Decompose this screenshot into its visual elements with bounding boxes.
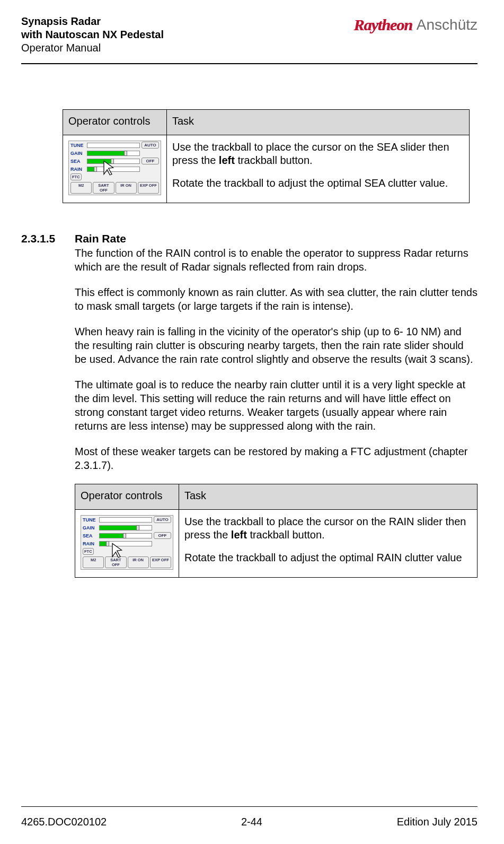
m2-button[interactable]: M2 xyxy=(70,182,92,194)
table2-header-task: Task xyxy=(179,484,478,510)
tune-bar[interactable] xyxy=(87,143,140,148)
panel2-sea-slider[interactable] xyxy=(99,533,152,538)
ftc-button[interactable]: FTC xyxy=(70,173,82,180)
sea-task-table: Operator controls Task TUNE AUTO GAIN xyxy=(63,109,470,203)
task1-p1: Use the trackball to place the cursor on… xyxy=(172,141,464,167)
off-button[interactable]: OFF xyxy=(142,158,159,164)
sea-slider[interactable] xyxy=(87,159,140,164)
section-number: 2.3.1.5 xyxy=(21,232,75,578)
page-footer: 4265.DOC020102 2-44 Edition July 2015 xyxy=(21,816,478,828)
panel2-exp-button[interactable]: EXP OFF xyxy=(150,556,171,568)
task-cell: Use the trackball to place the cursor on… xyxy=(167,135,470,203)
sart-button[interactable]: SART OFF xyxy=(93,182,114,194)
panel2-auto-button[interactable]: AUTO xyxy=(154,516,171,523)
logo-block: Raytheon Anschütz xyxy=(353,16,478,34)
auto-button[interactable]: AUTO xyxy=(142,142,159,149)
panel-label-rain: RAIN xyxy=(70,167,85,172)
page-header: Synapsis Radar with Nautoscan NX Pedesta… xyxy=(21,15,478,55)
panel-label-gain: GAIN xyxy=(70,151,85,156)
panel2-gain-slider[interactable] xyxy=(99,525,152,530)
raytheon-logo: Raytheon xyxy=(353,16,412,34)
panel2-label-rain: RAIN xyxy=(83,541,98,546)
exp-button[interactable]: EXP OFF xyxy=(138,182,159,194)
table-header-controls: Operator controls xyxy=(63,110,167,135)
panel2-tune-bar[interactable] xyxy=(99,517,152,523)
task2-cell: Use the trackball to place the cursor on… xyxy=(179,510,478,578)
panel2-ftc-button[interactable]: FTC xyxy=(83,548,94,555)
para-5: Most of these weaker targets can be rest… xyxy=(75,445,478,472)
rain-slider[interactable] xyxy=(87,167,140,172)
rain-task-table: Operator controls Task TUNE AUTO xyxy=(75,484,478,578)
para-2: This effect is commonly known as rain cl… xyxy=(75,285,478,313)
panel-label-tune: TUNE xyxy=(70,143,85,148)
para-1: The function of the RAIN control is to e… xyxy=(75,246,478,274)
footer-page-num: 2-44 xyxy=(241,816,262,828)
para-4: The ultimate goal is to reduce the nearb… xyxy=(75,378,478,433)
doc-title-line1: Synapsis Radar xyxy=(21,15,164,28)
section-rain-rate: 2.3.1.5 Rain Rate The function of the RA… xyxy=(21,232,478,578)
gain-slider[interactable] xyxy=(87,151,140,156)
panel2-label-sea: SEA xyxy=(83,533,98,538)
radar-control-panel-2: TUNE AUTO GAIN xyxy=(81,515,173,570)
panel2-rain-slider[interactable] xyxy=(99,541,152,546)
section-title: Rain Rate xyxy=(75,232,478,245)
task2-p2: Rotate the trackball to adjust the optim… xyxy=(184,551,472,564)
ir-button[interactable]: IR ON xyxy=(116,182,137,194)
radar-control-panel: TUNE AUTO GAIN SEA OFF xyxy=(68,141,161,195)
panel2-label-tune: TUNE xyxy=(83,517,98,523)
task2-p1: Use the trackball to place the cursor on… xyxy=(184,515,472,542)
control-panel-cell-2: TUNE AUTO GAIN xyxy=(75,510,179,578)
panel2-sart-button[interactable]: SART OFF xyxy=(105,556,126,568)
anschutz-logo: Anschütz xyxy=(417,16,478,33)
table-header-task: Task xyxy=(167,110,470,135)
para-3: When heavy rain is falling in the vicini… xyxy=(75,325,478,366)
panel-label-sea: SEA xyxy=(70,159,85,164)
control-panel-cell: TUNE AUTO GAIN SEA OFF xyxy=(63,135,167,203)
footer-doc-id: 4265.DOC020102 xyxy=(21,816,107,828)
panel2-off-button[interactable]: OFF xyxy=(154,532,171,539)
doc-title-line2: with Nautoscan NX Pedestal xyxy=(21,28,164,41)
footer-edition: Edition July 2015 xyxy=(397,816,478,828)
table2-header-controls: Operator controls xyxy=(75,484,179,510)
panel2-m2-button[interactable]: M2 xyxy=(83,556,104,568)
doc-subtitle: Operator Manual xyxy=(21,41,164,55)
document-page: Synapsis Radar with Nautoscan NX Pedesta… xyxy=(0,0,504,844)
header-title-block: Synapsis Radar with Nautoscan NX Pedesta… xyxy=(21,15,164,55)
footer-rule xyxy=(21,806,478,807)
panel2-label-gain: GAIN xyxy=(83,525,98,530)
task1-p2: Rotate the trackball to adjust the optim… xyxy=(172,177,464,190)
content-area: Operator controls Task TUNE AUTO GAIN xyxy=(21,64,478,578)
panel2-ir-button[interactable]: IR ON xyxy=(128,556,149,568)
